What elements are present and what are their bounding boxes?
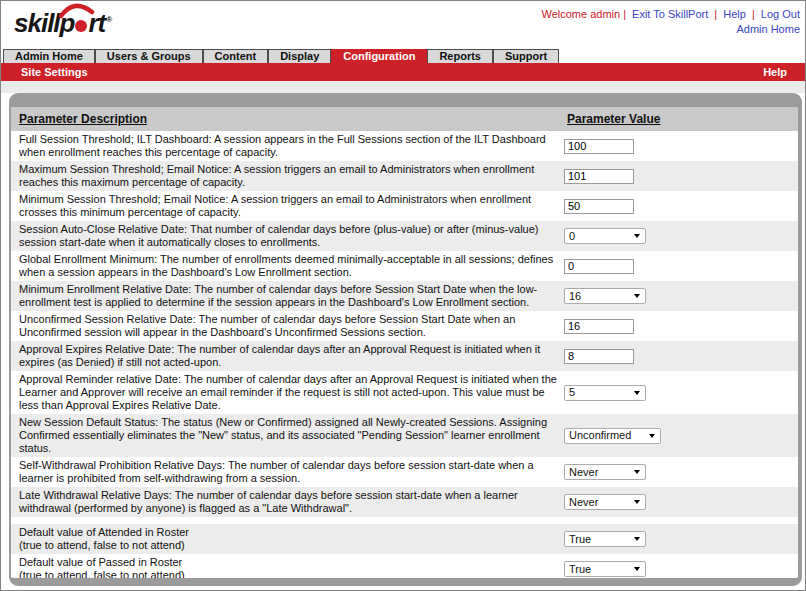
chevron-down-icon	[634, 470, 640, 474]
selected-option-label: 0	[569, 230, 575, 243]
table-row: Default value of Score in Roster (0-100)	[11, 584, 798, 586]
table-row: Default value of Attended in Roster(true…	[11, 524, 798, 554]
parameter-value-cell	[559, 169, 634, 184]
parameter-value-select[interactable]: Never	[564, 464, 646, 480]
parameter-value-cell: Never	[559, 494, 646, 510]
chevron-down-icon	[649, 434, 655, 438]
separator: |	[714, 8, 717, 20]
selected-option-label: True	[569, 563, 591, 576]
parameter-table-header: Parameter Description Parameter Value	[11, 107, 798, 131]
parameter-description: Minimum Session Threshold; Email Notice:…	[11, 191, 559, 221]
parameter-value-cell: True	[559, 561, 646, 577]
parameter-value-cell: Unconfirmed	[559, 428, 661, 444]
table-row: Approval Reminder relative Date: The num…	[11, 371, 798, 414]
table-row: New Session Default Status: The status (…	[11, 414, 798, 457]
parameter-description: Default value of Score in Roster (0-100)	[11, 584, 559, 586]
parameter-value-cell	[559, 199, 634, 214]
logo-text-left: skillp	[14, 8, 74, 38]
welcome-text: Welcome admin	[541, 8, 620, 20]
tab-admin-home[interactable]: Admin Home	[3, 49, 95, 63]
tab-reports[interactable]: Reports	[427, 49, 493, 63]
link-admin-home[interactable]: Admin Home	[736, 23, 800, 35]
parameter-description: Session Auto-Close Relative Date: That n…	[11, 221, 559, 251]
logo-dot-icon	[75, 20, 87, 32]
tab-content[interactable]: Content	[203, 49, 269, 63]
parameter-value-input[interactable]	[564, 259, 634, 274]
table-row: Global Enrollment Minimum: The number of…	[11, 251, 798, 281]
selected-option-label: 5	[569, 386, 575, 399]
parameter-description: Default value of Passed in Roster(true t…	[11, 554, 559, 584]
selected-option-label: Unconfirmed	[569, 429, 631, 442]
header-parameter-value: Parameter Value	[567, 112, 660, 126]
parameter-value-select[interactable]: Never	[564, 494, 646, 510]
table-row: Approval Expires Relative Date: The numb…	[11, 341, 798, 371]
table-row: Session Auto-Close Relative Date: That n…	[11, 221, 798, 251]
parameter-value-select[interactable]: True	[564, 561, 646, 577]
parameter-description: Full Session Threshold; ILT Dashboard: A…	[11, 131, 559, 161]
separator: |	[623, 8, 626, 20]
selected-option-label: Never	[569, 466, 598, 479]
parameter-value-input[interactable]	[564, 319, 634, 334]
chevron-down-icon	[634, 537, 640, 541]
parameter-value-select[interactable]: 0	[564, 228, 646, 244]
parameter-description: Self-Withdrawal Prohibition Relative Day…	[11, 457, 559, 487]
tab-display[interactable]: Display	[268, 49, 331, 63]
table-row: Self-Withdrawal Prohibition Relative Day…	[11, 457, 798, 487]
subnav-help-link[interactable]: Help	[763, 66, 787, 78]
parameter-description: Approval Reminder relative Date: The num…	[11, 371, 559, 414]
tab-users-groups[interactable]: Users & Groups	[95, 49, 203, 63]
parameter-description: New Session Default Status: The status (…	[11, 414, 559, 457]
parameter-description: Default value of Attended in Roster(true…	[11, 524, 559, 554]
logo-text-right: rt	[88, 8, 105, 38]
link-exit-to-skillport[interactable]: Exit To SkillPort	[632, 8, 708, 20]
parameter-value-cell: 16	[559, 288, 646, 304]
parameter-value-cell	[559, 139, 634, 154]
parameter-value-cell	[559, 349, 634, 364]
chevron-down-icon	[634, 294, 640, 298]
parameter-description: Late Withdrawal Relative Days: The numbe…	[11, 487, 559, 517]
parameter-value-cell: Never	[559, 464, 646, 480]
tab-configuration[interactable]: Configuration	[331, 49, 427, 63]
parameter-value-cell	[559, 319, 634, 334]
link-help[interactable]: Help	[723, 8, 746, 20]
parameter-description: Maximum Session Threshold; Email Notice:…	[11, 161, 559, 191]
parameter-value-input[interactable]	[564, 139, 634, 154]
parameter-description: Global Enrollment Minimum: The number of…	[11, 251, 559, 281]
table-row: Late Withdrawal Relative Days: The numbe…	[11, 487, 798, 517]
table-row: Maximum Session Threshold; Email Notice:…	[11, 161, 798, 191]
registered-mark: ®	[106, 15, 111, 24]
parameter-value-input[interactable]	[564, 585, 634, 586]
user-links: Welcome admin| Exit To SkillPort | Help …	[541, 7, 800, 37]
parameter-value-cell	[559, 259, 634, 274]
selected-option-label: Never	[569, 496, 598, 509]
subnav-bar: Site Settings Help	[1, 63, 805, 81]
parameter-value-input[interactable]	[564, 169, 634, 184]
table-row: Minimum Enrollment Relative Date: The nu…	[11, 281, 798, 311]
table-row: Unconfirmed Session Relative Date: The n…	[11, 311, 798, 341]
parameter-value-cell: 5	[559, 385, 646, 401]
chevron-down-icon	[634, 567, 640, 571]
parameter-value-select[interactable]: Unconfirmed	[564, 428, 661, 444]
parameter-table-body: Full Session Threshold; ILT Dashboard: A…	[11, 131, 798, 586]
table-row: Full Session Threshold; ILT Dashboard: A…	[11, 131, 798, 161]
parameter-value-select[interactable]: True	[564, 531, 646, 547]
parameter-value-select[interactable]: 5	[564, 385, 646, 401]
parameter-description: Approval Expires Relative Date: The numb…	[11, 341, 559, 371]
site-settings-label[interactable]: Site Settings	[21, 66, 88, 78]
tab-support[interactable]: Support	[493, 49, 559, 63]
parameter-value-input[interactable]	[564, 349, 634, 364]
chevron-down-icon	[634, 500, 640, 504]
parameter-description: Unconfirmed Session Relative Date: The n…	[11, 311, 559, 341]
content-panel: Parameter Description Parameter Value Fu…	[9, 93, 802, 586]
link-log-out[interactable]: Log Out	[761, 8, 800, 20]
separator: |	[752, 8, 755, 20]
parameter-value-select[interactable]: 16	[564, 288, 646, 304]
tab-bar: Admin HomeUsers & GroupsContentDisplayCo…	[1, 49, 805, 63]
parameter-value-cell	[559, 585, 634, 586]
parameter-description: Minimum Enrollment Relative Date: The nu…	[11, 281, 559, 311]
parameter-value-cell: 0	[559, 228, 646, 244]
selected-option-label: True	[569, 533, 591, 546]
skillport-logo: skillprt®	[14, 8, 111, 39]
parameter-value-input[interactable]	[564, 199, 634, 214]
parameter-value-cell: True	[559, 531, 646, 547]
